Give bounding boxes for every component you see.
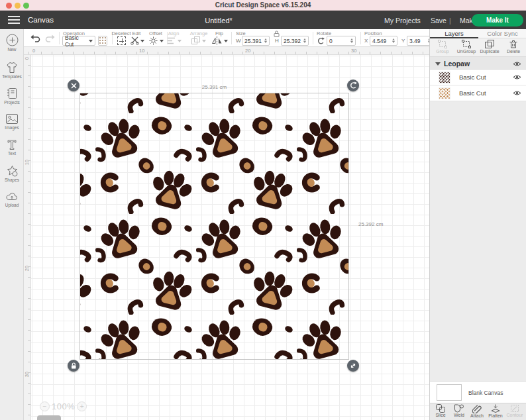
projects-icon <box>6 87 18 99</box>
width-value: 25.391 <box>244 38 263 44</box>
ungroup-icon <box>462 40 471 48</box>
rotate-icon <box>349 81 357 89</box>
disclosure-triangle-icon[interactable] <box>435 62 441 66</box>
operation-swatch-button[interactable] <box>98 36 107 46</box>
duplicate-button[interactable]: Duplicate <box>478 40 501 54</box>
sidebar-item-shapes[interactable]: Shapes <box>0 164 24 189</box>
slice-button[interactable]: Slice <box>431 404 450 417</box>
group-button: Group <box>431 40 454 54</box>
canvas-background-row: Blank Canvas <box>430 381 526 403</box>
paperclip-icon <box>472 404 482 413</box>
menu-icon[interactable] <box>8 16 20 24</box>
delete-selection-handle[interactable] <box>68 79 79 91</box>
layers-panel: Layers Color Sync Group UnGroup <box>429 29 526 420</box>
sidebar-item-new[interactable]: New <box>0 33 24 58</box>
arrange-icon <box>191 36 200 45</box>
vertical-ruler: 0 10 20 30 <box>24 55 31 420</box>
y-field-label: Y <box>401 38 405 44</box>
my-projects-link[interactable]: My Projects <box>384 17 421 25</box>
layer-row-basic-cut-dark[interactable]: Basic Cut <box>430 70 526 85</box>
leopard-paw-pattern <box>80 93 348 359</box>
width-input[interactable]: 25.391 <box>242 36 270 46</box>
save-link[interactable]: Save <box>431 17 447 25</box>
visibility-eye-icon[interactable] <box>513 90 521 96</box>
dropdown-caret-icon <box>89 40 93 42</box>
tab-color-sync[interactable]: Color Sync <box>478 30 526 37</box>
weld-button[interactable]: Weld <box>450 404 468 417</box>
stepper-icon[interactable] <box>350 38 353 43</box>
text-icon <box>6 139 18 150</box>
offset-icon[interactable] <box>149 36 158 45</box>
sidebar-item-text[interactable]: Text <box>0 138 24 164</box>
slice-icon <box>436 404 445 413</box>
templates-icon <box>5 62 19 74</box>
toolbar-divider <box>231 32 232 44</box>
close-icon <box>71 83 77 89</box>
zoom-out-button[interactable]: − <box>40 401 50 411</box>
sidebar-item-projects[interactable]: Projects <box>0 87 24 112</box>
layer-row-basic-cut-tan[interactable]: Basic Cut <box>430 85 526 101</box>
arrange-caret-icon <box>202 40 206 42</box>
ruler-tick-label: 10 <box>139 48 144 54</box>
horizontal-ruler: 0 10 20 30 <box>24 47 429 55</box>
edit-icon[interactable] <box>131 36 139 45</box>
align-icon <box>168 37 176 44</box>
align-label: Align <box>162 30 185 36</box>
ungroup-button[interactable]: UnGroup <box>455 40 478 54</box>
x-position-input[interactable]: 4.549 <box>370 36 397 46</box>
canvas-corner-tab[interactable] <box>37 415 61 420</box>
x-position-value: 4.549 <box>372 38 391 44</box>
aspect-lock-icon[interactable] <box>273 30 280 37</box>
flatten-button[interactable]: Flatten <box>486 404 505 418</box>
make-it-button[interactable]: Make It <box>472 14 523 26</box>
redo-icon[interactable] <box>44 34 55 43</box>
design-canvas[interactable]: 25.391 cm <box>31 55 429 420</box>
zoom-level: 100% <box>52 401 75 411</box>
operation-dropdown[interactable]: Basic Cut <box>62 36 95 46</box>
height-input[interactable]: 25.392 <box>281 36 309 46</box>
align-caret-icon <box>178 40 182 42</box>
ruler-tick-label: 10 <box>24 160 30 165</box>
visibility-eye-icon[interactable] <box>513 74 521 80</box>
zoom-in-button[interactable]: + <box>77 401 87 411</box>
sidebar-item-templates[interactable]: Templates <box>0 61 24 86</box>
flip-caret-icon[interactable] <box>224 40 228 42</box>
rotate-input[interactable]: 0 <box>327 36 356 46</box>
layer-thumbnail <box>439 87 450 99</box>
tab-layers[interactable]: Layers <box>430 30 478 37</box>
edit-caret-icon[interactable] <box>140 40 144 42</box>
selection-height-label: 25.392 cm <box>358 221 383 227</box>
group-name: Leopaw <box>444 60 470 68</box>
lock-selection-handle[interactable] <box>68 360 79 372</box>
flip-icon[interactable] <box>212 36 222 45</box>
rotate-value: 0 <box>329 38 349 44</box>
undo-icon[interactable] <box>30 34 41 43</box>
toolbar-divider <box>360 32 361 44</box>
contour-button: Contour <box>505 404 524 417</box>
stepper-icon[interactable] <box>264 38 267 43</box>
visibility-eye-icon[interactable] <box>513 61 521 67</box>
resize-selection-handle[interactable] <box>347 360 359 372</box>
duplicate-icon <box>485 40 494 48</box>
ruler-tick-label: 20 <box>24 266 30 271</box>
attach-button[interactable]: Attach <box>468 404 486 418</box>
selected-pattern-object[interactable] <box>79 93 349 360</box>
layer-group-row[interactable]: Leopaw <box>430 57 526 70</box>
deselect-icon[interactable] <box>117 36 126 45</box>
height-value: 25.392 <box>284 38 302 44</box>
upload-icon <box>5 191 19 202</box>
rotate-selection-handle[interactable] <box>347 79 359 91</box>
stepper-icon[interactable] <box>392 38 395 43</box>
offset-caret-icon[interactable] <box>160 40 164 42</box>
new-icon <box>6 34 19 46</box>
stepper-icon[interactable] <box>303 38 306 43</box>
document-title[interactable]: Untitled* <box>189 17 248 25</box>
contour-icon <box>510 404 519 413</box>
y-position-value: 3.49 <box>409 38 427 44</box>
sidebar-item-upload[interactable]: Upload <box>0 190 24 215</box>
delete-button[interactable]: Delete <box>502 40 525 54</box>
x-field-label: X <box>364 38 368 44</box>
sidebar-item-images[interactable]: Images <box>0 113 24 138</box>
canvas-color-swatch[interactable] <box>437 384 462 401</box>
rotate-icon[interactable] <box>317 37 325 45</box>
